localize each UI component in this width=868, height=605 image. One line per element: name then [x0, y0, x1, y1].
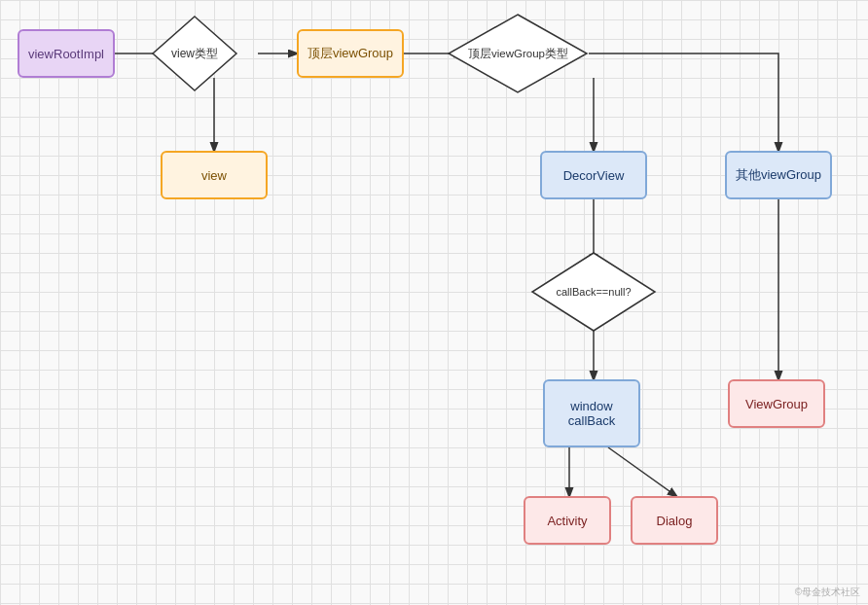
- node-top-viewgroup-type-label: 顶层viewGroup类型: [468, 47, 568, 61]
- node-viewtype-label: view类型: [171, 46, 218, 62]
- node-window-callback: window callBack: [543, 379, 640, 447]
- node-top-viewgroup-type-diamond: 顶层viewGroup类型: [448, 13, 589, 94]
- node-activity: Activity: [524, 496, 611, 545]
- node-viewrootimpl: viewRootImpl: [18, 29, 115, 78]
- node-viewgroup: ViewGroup: [728, 379, 825, 428]
- watermark: ©母金技术社区: [795, 586, 860, 599]
- node-dialog: Dialog: [631, 496, 718, 545]
- node-viewtype-diamond: view类型: [151, 15, 238, 92]
- node-decorview: DecorView: [540, 151, 647, 199]
- node-top-viewgroup: 顶层viewGroup: [297, 29, 404, 78]
- node-callback-null-label: callBack==null?: [556, 286, 631, 298]
- node-other-viewgroup: 其他viewGroup: [725, 151, 832, 199]
- node-view: view: [161, 151, 268, 199]
- connections-svg: [0, 0, 868, 605]
- flowchart-canvas: viewRootImpl view类型 顶层viewGroup 顶层viewGr…: [0, 0, 868, 605]
- node-callback-null-diamond: callBack==null?: [530, 251, 657, 333]
